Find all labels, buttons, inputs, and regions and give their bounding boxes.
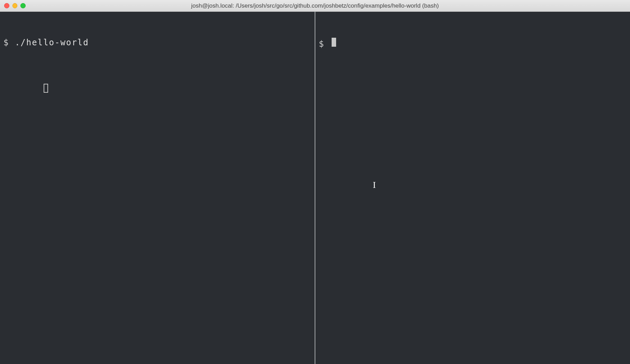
text-cursor-icon: I	[373, 181, 375, 190]
zoom-button[interactable]	[20, 3, 26, 8]
block-cursor	[332, 38, 336, 47]
window-title: josh@josh.local: /Users/josh/src/go/src/…	[3, 2, 627, 9]
prompt-symbol: $	[319, 38, 330, 49]
titlebar[interactable]: josh@josh.local: /Users/josh/src/go/src/…	[0, 0, 630, 12]
left-pane[interactable]: $ ./hello-world	[0, 12, 315, 364]
command-text: ./hello-world	[15, 37, 89, 48]
terminal-window: josh@josh.local: /Users/josh/src/go/src/…	[0, 0, 630, 364]
prompt-line: $	[319, 37, 627, 49]
terminal-area: $ ./hello-world $ I	[0, 12, 630, 364]
right-pane[interactable]: $ I	[315, 12, 630, 364]
traffic-lights	[4, 3, 26, 8]
hollow-cursor	[44, 84, 48, 93]
close-button[interactable]	[4, 3, 9, 8]
minimize-button[interactable]	[12, 3, 18, 8]
prompt-line: $ ./hello-world	[3, 37, 311, 48]
prompt-symbol: $	[3, 37, 15, 48]
cursor-line	[3, 71, 311, 104]
